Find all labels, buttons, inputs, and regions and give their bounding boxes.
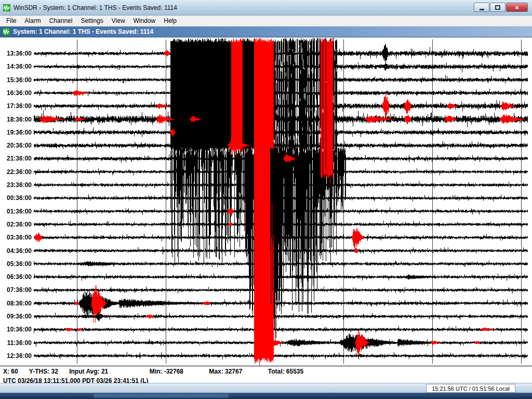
status-y-ths: Y-THS: 32 [29, 368, 58, 375]
taskbar-highlight [94, 394, 229, 398]
channel-icon [3, 28, 10, 35]
taskbar[interactable] [0, 393, 532, 399]
child-window-title: System: 1 Channel: 1 THS - Events Saved:… [13, 28, 153, 35]
window-titlebar[interactable]: WinSDR - System: 1 Channel: 1 THS - Even… [0, 0, 532, 16]
menu-item-channel[interactable]: Channel [45, 16, 77, 26]
menu-item-view[interactable]: View [108, 16, 129, 26]
bottom-status-strip: 15:21:56 UTC / 01:51:56 Local [0, 383, 532, 393]
status-total: Total: 65535 [268, 368, 303, 375]
close-icon: × [515, 4, 519, 11]
maximize-icon [495, 5, 500, 10]
status-time-line: UTC 03/26/18 13:11:51.000 PDT 03/26 23:4… [3, 377, 149, 383]
maximize-button[interactable] [490, 3, 506, 12]
status-readout: X: 60 Y-THS: 32 Input Avg: 21 Min: -3276… [3, 368, 313, 375]
status-max: Max: 32767 [209, 368, 242, 375]
menu-item-window[interactable]: Window [129, 16, 160, 26]
menubar: File Alarm Channel Settings View Window … [0, 16, 532, 26]
menu-item-settings[interactable]: Settings [76, 16, 107, 26]
menu-item-alarm[interactable]: Alarm [20, 16, 45, 26]
close-button[interactable]: × [506, 3, 528, 12]
winsdr-window: WinSDR - System: 1 Channel: 1 THS - Even… [0, 0, 532, 399]
child-window-titlebar[interactable]: System: 1 Channel: 1 THS - Events Saved:… [0, 26, 532, 37]
minimize-icon [480, 9, 484, 10]
status-input-avg: Input Avg: 21 [69, 368, 108, 375]
window-title: WinSDR - System: 1 Channel: 1 THS - Even… [14, 4, 177, 11]
helicorder-canvas[interactable] [0, 37, 532, 366]
window-controls: × [473, 3, 528, 12]
status-area: X: 60 Y-THS: 32 Input Avg: 21 Min: -3276… [0, 366, 532, 383]
minimize-button[interactable] [474, 3, 489, 12]
winsdr-app-icon [3, 4, 10, 11]
status-min: Min: -32768 [150, 368, 183, 375]
clock-display: 15:21:56 UTC / 01:51:56 Local [426, 384, 515, 393]
menu-item-file[interactable]: File [2, 16, 20, 26]
menu-item-help[interactable]: Help [159, 16, 181, 26]
status-x: X: 60 [3, 368, 18, 375]
